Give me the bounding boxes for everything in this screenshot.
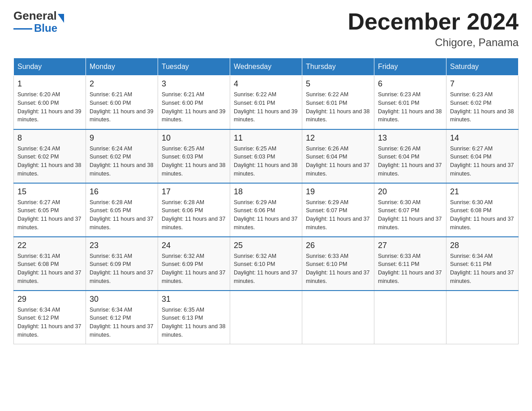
header-cell-sunday: Sunday bbox=[14, 58, 86, 76]
calendar-cell: 15 Sunrise: 6:27 AM Sunset: 6:05 PM Dayl… bbox=[14, 183, 86, 237]
day-number: 29 bbox=[17, 295, 82, 304]
calendar-header: SundayMondayTuesdayWednesdayThursdayFrid… bbox=[14, 58, 519, 76]
day-number: 27 bbox=[378, 241, 442, 250]
day-info: Sunrise: 6:20 AM Sunset: 6:00 PM Dayligh… bbox=[17, 90, 82, 124]
calendar-cell: 1 Sunrise: 6:20 AM Sunset: 6:00 PM Dayli… bbox=[14, 76, 86, 129]
calendar-cell: 25 Sunrise: 6:32 AM Sunset: 6:10 PM Dayl… bbox=[230, 237, 302, 291]
calendar-cell: 31 Sunrise: 6:35 AM Sunset: 6:13 PM Dayl… bbox=[158, 291, 230, 344]
day-info: Sunrise: 6:26 AM Sunset: 6:04 PM Dayligh… bbox=[306, 145, 370, 178]
day-info: Sunrise: 6:34 AM Sunset: 6:12 PM Dayligh… bbox=[90, 306, 154, 339]
day-info: Sunrise: 6:31 AM Sunset: 6:09 PM Dayligh… bbox=[90, 252, 154, 286]
day-info: Sunrise: 6:26 AM Sunset: 6:04 PM Dayligh… bbox=[378, 145, 442, 178]
day-number: 21 bbox=[450, 187, 515, 197]
calendar-cell: 6 Sunrise: 6:23 AM Sunset: 6:01 PM Dayli… bbox=[374, 76, 446, 129]
day-info: Sunrise: 6:30 AM Sunset: 6:07 PM Dayligh… bbox=[378, 198, 442, 232]
day-number: 31 bbox=[162, 295, 226, 304]
day-number: 26 bbox=[306, 241, 370, 250]
calendar-cell: 12 Sunrise: 6:26 AM Sunset: 6:04 PM Dayl… bbox=[302, 129, 374, 183]
calendar-title-block: December 2024 Chigore, Panama bbox=[348, 9, 519, 49]
day-number: 30 bbox=[90, 295, 154, 304]
day-number: 8 bbox=[17, 133, 82, 143]
day-number: 7 bbox=[450, 79, 515, 89]
logo: General Blue bbox=[13, 9, 64, 34]
page-header: General Blue December 2024 Chigore, Pana… bbox=[13, 9, 519, 49]
calendar-subtitle: Chigore, Panama bbox=[348, 36, 519, 49]
day-info: Sunrise: 6:21 AM Sunset: 6:00 PM Dayligh… bbox=[90, 90, 154, 124]
day-number: 24 bbox=[162, 241, 226, 250]
header-cell-monday: Monday bbox=[86, 58, 158, 76]
day-info: Sunrise: 6:25 AM Sunset: 6:03 PM Dayligh… bbox=[234, 145, 298, 178]
day-info: Sunrise: 6:24 AM Sunset: 6:02 PM Dayligh… bbox=[90, 145, 154, 178]
header-cell-thursday: Thursday bbox=[302, 58, 374, 76]
day-number: 3 bbox=[162, 79, 226, 89]
day-number: 5 bbox=[306, 79, 370, 89]
calendar-cell: 20 Sunrise: 6:30 AM Sunset: 6:07 PM Dayl… bbox=[374, 183, 446, 237]
calendar-cell: 3 Sunrise: 6:21 AM Sunset: 6:00 PM Dayli… bbox=[158, 76, 230, 129]
day-number: 6 bbox=[378, 79, 442, 89]
day-number: 14 bbox=[450, 133, 515, 143]
calendar-cell: 28 Sunrise: 6:34 AM Sunset: 6:11 PM Dayl… bbox=[446, 237, 519, 291]
logo-text-blue: Blue bbox=[34, 22, 57, 34]
calendar-cell bbox=[446, 291, 519, 344]
calendar-cell: 17 Sunrise: 6:28 AM Sunset: 6:06 PM Dayl… bbox=[158, 183, 230, 237]
calendar-cell: 14 Sunrise: 6:27 AM Sunset: 6:04 PM Dayl… bbox=[446, 129, 519, 183]
day-number: 23 bbox=[90, 241, 154, 250]
day-number: 1 bbox=[17, 79, 82, 89]
day-info: Sunrise: 6:34 AM Sunset: 6:12 PM Dayligh… bbox=[17, 306, 82, 339]
calendar-cell: 29 Sunrise: 6:34 AM Sunset: 6:12 PM Dayl… bbox=[14, 291, 86, 344]
calendar-cell: 9 Sunrise: 6:24 AM Sunset: 6:02 PM Dayli… bbox=[86, 129, 158, 183]
day-info: Sunrise: 6:31 AM Sunset: 6:08 PM Dayligh… bbox=[17, 252, 82, 286]
day-number: 20 bbox=[378, 187, 442, 197]
calendar-cell: 5 Sunrise: 6:22 AM Sunset: 6:01 PM Dayli… bbox=[302, 76, 374, 129]
calendar-cell: 24 Sunrise: 6:32 AM Sunset: 6:09 PM Dayl… bbox=[158, 237, 230, 291]
day-info: Sunrise: 6:32 AM Sunset: 6:10 PM Dayligh… bbox=[234, 252, 298, 286]
day-info: Sunrise: 6:22 AM Sunset: 6:01 PM Dayligh… bbox=[306, 90, 370, 124]
day-number: 12 bbox=[306, 133, 370, 143]
day-info: Sunrise: 6:32 AM Sunset: 6:09 PM Dayligh… bbox=[162, 252, 226, 286]
calendar-cell: 16 Sunrise: 6:28 AM Sunset: 6:05 PM Dayl… bbox=[86, 183, 158, 237]
day-number: 15 bbox=[17, 187, 82, 197]
day-info: Sunrise: 6:28 AM Sunset: 6:06 PM Dayligh… bbox=[162, 198, 226, 232]
day-info: Sunrise: 6:28 AM Sunset: 6:05 PM Dayligh… bbox=[90, 198, 154, 232]
header-cell-wednesday: Wednesday bbox=[230, 58, 302, 76]
day-number: 19 bbox=[306, 187, 370, 197]
day-info: Sunrise: 6:22 AM Sunset: 6:01 PM Dayligh… bbox=[234, 90, 298, 124]
header-row: SundayMondayTuesdayWednesdayThursdayFrid… bbox=[14, 58, 519, 76]
calendar-cell: 11 Sunrise: 6:25 AM Sunset: 6:03 PM Dayl… bbox=[230, 129, 302, 183]
day-number: 16 bbox=[90, 187, 154, 197]
day-info: Sunrise: 6:27 AM Sunset: 6:04 PM Dayligh… bbox=[450, 145, 515, 178]
day-number: 2 bbox=[90, 79, 154, 89]
day-info: Sunrise: 6:23 AM Sunset: 6:02 PM Dayligh… bbox=[450, 90, 515, 124]
calendar-week-row: 8 Sunrise: 6:24 AM Sunset: 6:02 PM Dayli… bbox=[14, 129, 519, 183]
calendar-table: SundayMondayTuesdayWednesdayThursdayFrid… bbox=[13, 58, 519, 344]
calendar-cell: 27 Sunrise: 6:33 AM Sunset: 6:11 PM Dayl… bbox=[374, 237, 446, 291]
calendar-cell: 21 Sunrise: 6:30 AM Sunset: 6:08 PM Dayl… bbox=[446, 183, 519, 237]
day-info: Sunrise: 6:30 AM Sunset: 6:08 PM Dayligh… bbox=[450, 198, 515, 232]
day-info: Sunrise: 6:23 AM Sunset: 6:01 PM Dayligh… bbox=[378, 90, 442, 124]
day-number: 13 bbox=[378, 133, 442, 143]
day-number: 11 bbox=[234, 133, 298, 143]
calendar-cell bbox=[302, 291, 374, 344]
calendar-cell: 2 Sunrise: 6:21 AM Sunset: 6:00 PM Dayli… bbox=[86, 76, 158, 129]
logo-text-general: General bbox=[13, 9, 57, 23]
calendar-cell: 7 Sunrise: 6:23 AM Sunset: 6:02 PM Dayli… bbox=[446, 76, 519, 129]
calendar-cell: 13 Sunrise: 6:26 AM Sunset: 6:04 PM Dayl… bbox=[374, 129, 446, 183]
day-number: 17 bbox=[162, 187, 226, 197]
calendar-cell bbox=[230, 291, 302, 344]
day-number: 9 bbox=[90, 133, 154, 143]
day-info: Sunrise: 6:29 AM Sunset: 6:06 PM Dayligh… bbox=[234, 198, 298, 232]
calendar-body: 1 Sunrise: 6:20 AM Sunset: 6:00 PM Dayli… bbox=[14, 76, 519, 344]
day-info: Sunrise: 6:24 AM Sunset: 6:02 PM Dayligh… bbox=[17, 145, 82, 178]
calendar-week-row: 29 Sunrise: 6:34 AM Sunset: 6:12 PM Dayl… bbox=[14, 291, 519, 344]
calendar-cell: 18 Sunrise: 6:29 AM Sunset: 6:06 PM Dayl… bbox=[230, 183, 302, 237]
header-cell-saturday: Saturday bbox=[446, 58, 519, 76]
header-cell-tuesday: Tuesday bbox=[158, 58, 230, 76]
calendar-cell: 10 Sunrise: 6:25 AM Sunset: 6:03 PM Dayl… bbox=[158, 129, 230, 183]
day-number: 28 bbox=[450, 241, 515, 250]
day-number: 18 bbox=[234, 187, 298, 197]
calendar-week-row: 22 Sunrise: 6:31 AM Sunset: 6:08 PM Dayl… bbox=[14, 237, 519, 291]
day-number: 25 bbox=[234, 241, 298, 250]
day-info: Sunrise: 6:33 AM Sunset: 6:11 PM Dayligh… bbox=[378, 252, 442, 286]
calendar-cell: 30 Sunrise: 6:34 AM Sunset: 6:12 PM Dayl… bbox=[86, 291, 158, 344]
day-info: Sunrise: 6:34 AM Sunset: 6:11 PM Dayligh… bbox=[450, 252, 515, 286]
